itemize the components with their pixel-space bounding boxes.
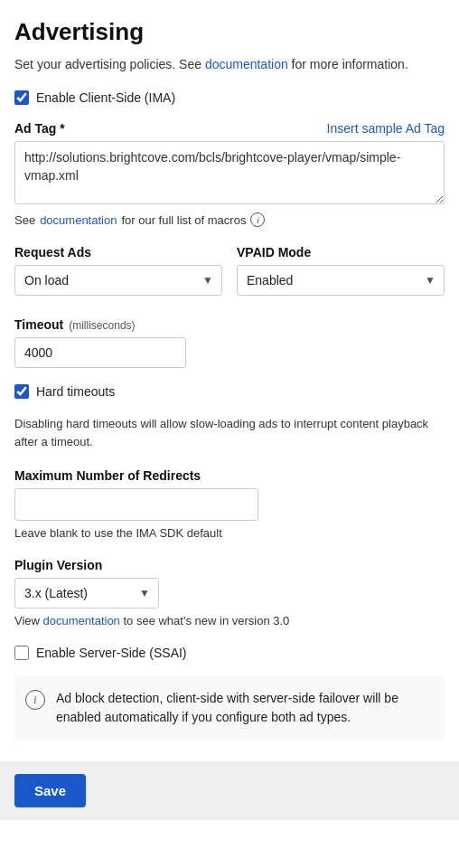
hard-timeout-description: Disabling hard timeouts will allow slow-… [14, 415, 445, 450]
max-redirects-label: Maximum Number of Redirects [14, 468, 445, 483]
page-container: Advertising Set your advertising policie… [0, 0, 459, 868]
ad-tag-label: Ad Tag * [14, 121, 65, 136]
page-description: Set your advertising policies. See docum… [14, 55, 445, 74]
hard-timeout-checkbox-row: Hard timeouts [14, 384, 445, 399]
redirects-section: Maximum Number of Redirects Leave blank … [14, 468, 445, 540]
vpaid-mode-col: VPAID Mode Enabled Disabled Insecure ▼ [237, 245, 445, 296]
plugin-version-label: Plugin Version [14, 558, 445, 572]
enable-ssai-label: Enable Server-Side (SSAI) [36, 646, 187, 660]
timeout-sublabel: (milliseconds) [69, 319, 135, 332]
request-ads-select[interactable]: On load On play On demand [14, 265, 222, 296]
ad-tag-header: Ad Tag * Insert sample Ad Tag [14, 121, 445, 136]
request-ads-select-wrapper: On load On play On demand ▼ [14, 265, 222, 296]
request-vpaid-row: Request Ads On load On play On demand ▼ … [14, 245, 445, 296]
request-ads-col: Request Ads On load On play On demand ▼ [14, 245, 222, 296]
hard-timeouts-checkbox[interactable] [14, 384, 29, 399]
ssai-section: Enable Server-Side (SSAI) [14, 646, 445, 660]
enable-ssai-row: Enable Server-Side (SSAI) [14, 646, 445, 660]
insert-sample-link[interactable]: Insert sample Ad Tag [327, 121, 445, 136]
save-button[interactable]: Save [14, 774, 86, 807]
macro-note: See documentation for our full list of m… [14, 212, 445, 227]
timeout-section: Timeout (milliseconds) 4000 [14, 317, 445, 368]
vpaid-mode-select[interactable]: Enabled Disabled Insecure [237, 265, 445, 296]
macro-docs-link[interactable]: documentation [40, 213, 117, 227]
timeout-label-row: Timeout (milliseconds) [14, 317, 445, 332]
info-box: i Ad block detection, client-side with s… [14, 676, 445, 740]
max-redirects-input[interactable] [14, 488, 258, 521]
description-docs-link[interactable]: documentation [205, 57, 288, 71]
vpaid-mode-label: VPAID Mode [237, 245, 445, 259]
max-redirects-note: Leave blank to use the IMA SDK default [14, 526, 445, 540]
timeout-input[interactable]: 4000 [14, 337, 186, 368]
enable-client-side-row: Enable Client-Side (IMA) [14, 90, 445, 105]
enable-client-side-label: Enable Client-Side (IMA) [36, 90, 175, 105]
enable-ssai-checkbox[interactable] [14, 646, 29, 660]
plugin-version-select[interactable]: 3.x (Latest) 2.x 1.x [14, 578, 159, 609]
request-ads-label: Request Ads [14, 245, 222, 259]
save-bar: Save [0, 761, 459, 820]
plugin-version-section: Plugin Version 3.x (Latest) 2.x 1.x ▼ Vi… [14, 558, 445, 627]
hard-timeouts-label: Hard timeouts [36, 384, 115, 399]
page-title: Advertising [14, 18, 445, 46]
plugin-version-select-wrapper: 3.x (Latest) 2.x 1.x ▼ [14, 578, 159, 609]
vpaid-mode-select-wrapper: Enabled Disabled Insecure ▼ [237, 265, 445, 296]
timeout-label: Timeout [14, 317, 63, 332]
ad-tag-input[interactable]: http://solutions.brightcove.com/bcls/bri… [14, 141, 445, 204]
plugin-version-docs-link[interactable]: documentation [43, 614, 120, 627]
enable-client-side-checkbox[interactable] [14, 90, 29, 105]
macro-info-icon[interactable]: i [250, 212, 265, 227]
info-box-text: Ad block detection, client-side with ser… [56, 689, 434, 727]
hard-timeout-section: Hard timeouts Disabling hard timeouts wi… [14, 384, 445, 450]
plugin-version-note: View documentation to see what's new in … [14, 614, 445, 627]
info-box-icon: i [25, 690, 45, 710]
